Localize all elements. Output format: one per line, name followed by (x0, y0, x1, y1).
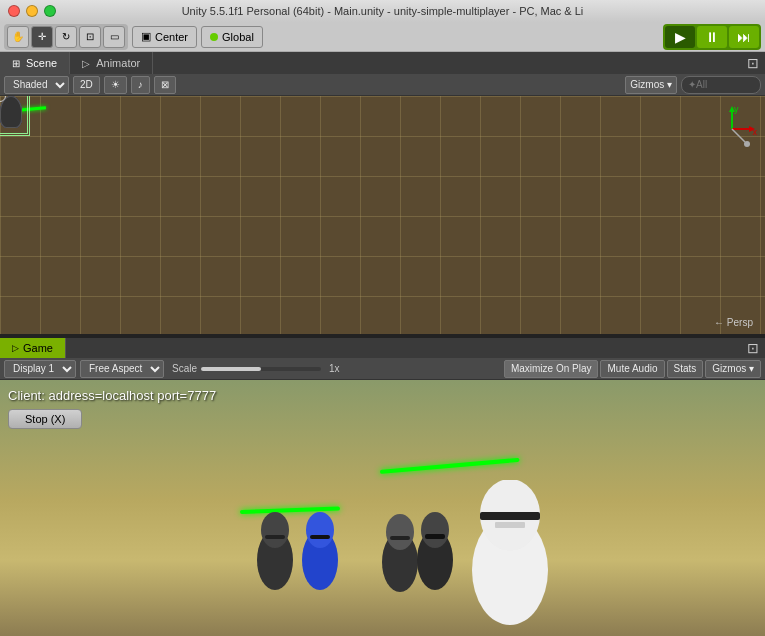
play-icon: ▶ (675, 29, 686, 45)
scale-slider[interactable] (201, 367, 321, 371)
game-characters (0, 480, 765, 636)
2d-button[interactable]: 2D (73, 76, 100, 94)
audio-button[interactable]: ♪ (131, 76, 150, 94)
game-tab-bar: ▷ Game ⊡ (0, 336, 765, 358)
rect-tool[interactable]: ▭ (103, 26, 125, 48)
scene-maximize-icon[interactable]: ⊡ (741, 55, 765, 71)
svg-rect-11 (310, 535, 330, 539)
svg-rect-14 (390, 536, 410, 540)
scale-value: 1x (329, 363, 340, 374)
window-title: Unity 5.5.1f1 Personal (64bit) - Main.un… (182, 5, 584, 17)
stats-button[interactable]: Stats (667, 360, 704, 378)
animator-tab-label: Animator (96, 57, 140, 69)
play-controls: ▶ ⏸ ⏭ (663, 24, 761, 50)
pause-button[interactable]: ⏸ (697, 26, 727, 48)
global-button[interactable]: Global (201, 26, 263, 48)
svg-point-10 (306, 512, 334, 548)
rotate-tool[interactable]: ↻ (55, 26, 77, 48)
tab-animator[interactable]: ▷ Animator (70, 52, 153, 74)
svg-point-16 (421, 512, 449, 548)
aspect-select[interactable]: Free Aspect (80, 360, 164, 378)
display-select[interactable]: Display 1 (4, 360, 76, 378)
scene-viewport: y x ← Persp (0, 96, 765, 336)
scene-tab-label: Scene (26, 57, 57, 69)
scene-tab-icon: ⊞ (12, 58, 20, 69)
laser-game-1 (380, 458, 520, 474)
svg-rect-21 (495, 522, 525, 528)
game-toolbar-right: Maximize On Play Mute Audio Stats Gizmos… (504, 360, 761, 378)
game-gizmos-button[interactable]: Gizmos ▾ (705, 360, 761, 378)
svg-rect-8 (265, 535, 285, 539)
svg-point-13 (386, 514, 414, 550)
scale-tool[interactable]: ⊡ (79, 26, 101, 48)
main-toolbar: ✋ ✛ ↻ ⊡ ▭ ▣ Center Global ▶ ⏸ ⏭ (0, 22, 765, 52)
game-toolbar: Display 1 Free Aspect Scale 1x Maximize … (0, 358, 765, 380)
center-label: Center (155, 31, 188, 43)
scale-label: Scale (172, 363, 197, 374)
client-info-text: Client: address=localhost port=7777 (8, 388, 757, 403)
step-icon: ⏭ (737, 29, 751, 45)
tab-game[interactable]: ▷ Game (0, 338, 66, 358)
game-viewport: Client: address=localhost port=7777 Stop… (0, 380, 765, 636)
shading-select[interactable]: Shaded (4, 76, 69, 94)
global-dot-icon (210, 33, 218, 41)
game-tab-label: Game (23, 342, 53, 354)
effects-button[interactable]: ⊠ (154, 76, 176, 94)
step-button[interactable]: ⏭ (729, 26, 759, 48)
close-button[interactable] (8, 5, 20, 17)
center-button[interactable]: ▣ Center (132, 26, 197, 48)
move-tool[interactable]: ✛ (31, 26, 53, 48)
svg-rect-17 (425, 534, 445, 539)
scene-objects (0, 96, 765, 334)
scene-tab-bar: ⊞ Scene ▷ Animator ⊡ (0, 52, 765, 74)
play-button[interactable]: ▶ (665, 26, 695, 48)
game-tab-icon: ▷ (12, 343, 19, 353)
animator-tab-icon: ▷ (82, 58, 90, 69)
scene-toolbar: Shaded 2D ☀ ♪ ⊠ Gizmos ▾ (0, 74, 765, 96)
svg-point-7 (261, 512, 289, 548)
pause-icon: ⏸ (705, 29, 719, 45)
scene-gizmos-button[interactable]: Gizmos ▾ (625, 76, 677, 94)
mute-audio-button[interactable]: Mute Audio (600, 360, 664, 378)
center-icon: ▣ (141, 30, 151, 43)
game-maximize-icon[interactable]: ⊡ (741, 340, 765, 356)
minimize-button[interactable] (26, 5, 38, 17)
global-label: Global (222, 31, 254, 43)
scale-track (201, 367, 261, 371)
stop-button[interactable]: Stop (X) (8, 409, 82, 429)
game-ui-overlay: Client: address=localhost port=7777 Stop… (0, 380, 765, 437)
transform-tools-group: ✋ ✛ ↻ ⊡ ▭ (4, 24, 128, 50)
maximize-on-play-button[interactable]: Maximize On Play (504, 360, 599, 378)
titlebar: Unity 5.5.1f1 Personal (64bit) - Main.un… (0, 0, 765, 22)
tab-scene[interactable]: ⊞ Scene (0, 52, 70, 74)
lighting-button[interactable]: ☀ (104, 76, 127, 94)
maximize-button[interactable] (44, 5, 56, 17)
titlebar-buttons (8, 5, 56, 17)
hand-tool[interactable]: ✋ (7, 26, 29, 48)
svg-rect-20 (480, 512, 540, 520)
scene-search-input[interactable] (681, 76, 761, 94)
select-box-5 (0, 96, 28, 134)
